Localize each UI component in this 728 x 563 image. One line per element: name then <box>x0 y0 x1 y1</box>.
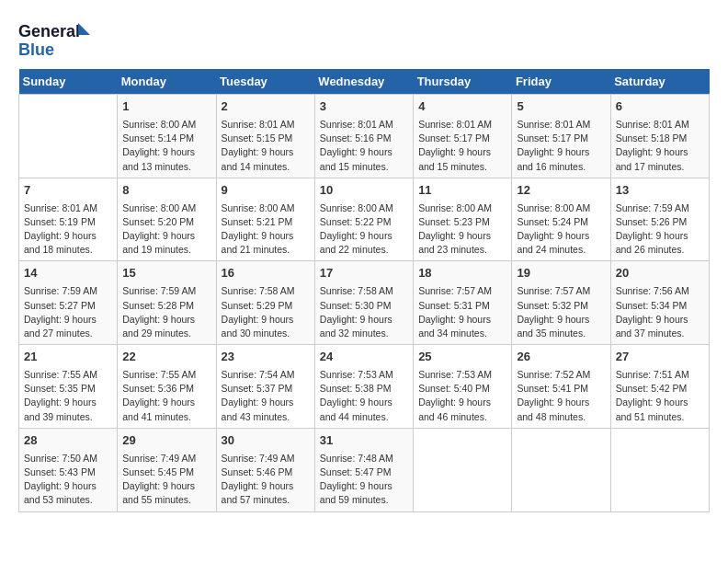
day-cell: 7Sunrise: 8:01 AM Sunset: 5:19 PM Daylig… <box>19 178 118 261</box>
day-cell: 25Sunrise: 7:53 AM Sunset: 5:40 PM Dayli… <box>414 345 512 429</box>
logo: GeneralBlue <box>18 18 92 60</box>
column-header-wednesday: Wednesday <box>314 69 413 95</box>
day-info: Sunrise: 7:49 AM Sunset: 5:46 PM Dayligh… <box>222 453 295 506</box>
day-number: 29 <box>122 432 210 450</box>
day-cell: 22Sunrise: 7:55 AM Sunset: 5:36 PM Dayli… <box>118 345 216 429</box>
day-cell: 28Sunrise: 7:50 AM Sunset: 5:43 PM Dayli… <box>19 428 118 511</box>
day-cell: 27Sunrise: 7:51 AM Sunset: 5:42 PM Dayli… <box>610 345 709 429</box>
day-info: Sunrise: 8:01 AM Sunset: 5:17 PM Dayligh… <box>517 119 590 172</box>
day-info: Sunrise: 8:00 AM Sunset: 5:24 PM Dayligh… <box>517 202 590 256</box>
svg-text:Blue: Blue <box>18 40 54 59</box>
day-info: Sunrise: 8:00 AM Sunset: 5:22 PM Dayligh… <box>320 202 393 256</box>
day-info: Sunrise: 8:01 AM Sunset: 5:19 PM Dayligh… <box>24 202 97 256</box>
day-cell <box>19 95 118 178</box>
week-row-3: 14Sunrise: 7:59 AM Sunset: 5:27 PM Dayli… <box>19 261 710 345</box>
day-number: 18 <box>418 265 506 282</box>
day-cell: 23Sunrise: 7:54 AM Sunset: 5:37 PM Dayli… <box>216 345 314 429</box>
day-info: Sunrise: 7:49 AM Sunset: 5:45 PM Dayligh… <box>122 453 196 506</box>
day-number: 21 <box>24 349 112 366</box>
day-info: Sunrise: 7:59 AM Sunset: 5:27 PM Dayligh… <box>24 285 97 339</box>
day-cell: 24Sunrise: 7:53 AM Sunset: 5:38 PM Dayli… <box>314 345 413 429</box>
day-cell <box>414 428 512 511</box>
day-info: Sunrise: 7:53 AM Sunset: 5:38 PM Dayligh… <box>320 369 393 422</box>
day-info: Sunrise: 7:56 AM Sunset: 5:34 PM Dayligh… <box>616 285 689 339</box>
week-row-1: 1Sunrise: 8:00 AM Sunset: 5:14 PM Daylig… <box>19 95 710 178</box>
day-info: Sunrise: 8:00 AM Sunset: 5:14 PM Dayligh… <box>122 119 196 172</box>
day-cell: 2Sunrise: 8:01 AM Sunset: 5:15 PM Daylig… <box>216 95 314 178</box>
day-cell: 9Sunrise: 8:00 AM Sunset: 5:21 PM Daylig… <box>216 178 314 261</box>
day-info: Sunrise: 7:53 AM Sunset: 5:40 PM Dayligh… <box>418 369 492 422</box>
day-number: 15 <box>122 265 210 282</box>
day-cell: 21Sunrise: 7:55 AM Sunset: 5:35 PM Dayli… <box>19 345 118 429</box>
column-header-thursday: Thursday <box>414 69 512 95</box>
day-cell <box>512 428 610 511</box>
day-number: 13 <box>616 182 704 200</box>
day-number: 9 <box>222 182 310 200</box>
day-info: Sunrise: 8:01 AM Sunset: 5:17 PM Dayligh… <box>418 119 492 172</box>
day-info: Sunrise: 7:48 AM Sunset: 5:47 PM Dayligh… <box>320 453 393 506</box>
day-number: 23 <box>222 349 310 366</box>
day-info: Sunrise: 7:54 AM Sunset: 5:37 PM Dayligh… <box>222 369 295 422</box>
week-row-4: 21Sunrise: 7:55 AM Sunset: 5:35 PM Dayli… <box>19 345 710 429</box>
day-number: 22 <box>122 349 210 366</box>
day-number: 27 <box>616 349 704 366</box>
day-info: Sunrise: 7:58 AM Sunset: 5:30 PM Dayligh… <box>320 285 393 339</box>
day-cell: 5Sunrise: 8:01 AM Sunset: 5:17 PM Daylig… <box>512 95 610 178</box>
day-cell: 1Sunrise: 8:00 AM Sunset: 5:14 PM Daylig… <box>118 95 216 178</box>
day-number: 5 <box>517 98 605 116</box>
svg-marker-2 <box>78 23 90 35</box>
day-number: 28 <box>24 432 112 450</box>
day-cell: 11Sunrise: 8:00 AM Sunset: 5:23 PM Dayli… <box>414 178 512 261</box>
day-cell: 29Sunrise: 7:49 AM Sunset: 5:45 PM Dayli… <box>118 428 216 511</box>
day-info: Sunrise: 8:00 AM Sunset: 5:23 PM Dayligh… <box>418 202 492 256</box>
column-header-friday: Friday <box>512 69 610 95</box>
day-number: 16 <box>222 265 310 282</box>
column-header-tuesday: Tuesday <box>216 69 314 95</box>
day-cell <box>610 428 709 511</box>
day-number: 30 <box>222 432 310 450</box>
day-cell: 15Sunrise: 7:59 AM Sunset: 5:28 PM Dayli… <box>118 261 216 345</box>
day-number: 12 <box>517 182 605 200</box>
day-info: Sunrise: 8:01 AM Sunset: 5:15 PM Dayligh… <box>222 119 295 172</box>
day-number: 3 <box>320 98 408 116</box>
day-number: 11 <box>418 182 506 200</box>
day-cell: 20Sunrise: 7:56 AM Sunset: 5:34 PM Dayli… <box>610 261 709 345</box>
logo-svg: GeneralBlue <box>18 18 92 60</box>
day-cell: 30Sunrise: 7:49 AM Sunset: 5:46 PM Dayli… <box>216 428 314 511</box>
day-number: 17 <box>320 265 408 282</box>
header-row: SundayMondayTuesdayWednesdayThursdayFrid… <box>19 69 710 95</box>
day-info: Sunrise: 8:01 AM Sunset: 5:16 PM Dayligh… <box>320 119 393 172</box>
day-info: Sunrise: 7:59 AM Sunset: 5:28 PM Dayligh… <box>122 285 196 339</box>
day-cell: 4Sunrise: 8:01 AM Sunset: 5:17 PM Daylig… <box>414 95 512 178</box>
day-number: 25 <box>418 349 506 366</box>
day-number: 20 <box>616 265 704 282</box>
day-info: Sunrise: 7:52 AM Sunset: 5:41 PM Dayligh… <box>517 369 590 422</box>
day-cell: 19Sunrise: 7:57 AM Sunset: 5:32 PM Dayli… <box>512 261 610 345</box>
day-info: Sunrise: 7:58 AM Sunset: 5:29 PM Dayligh… <box>222 285 295 339</box>
day-cell: 13Sunrise: 7:59 AM Sunset: 5:26 PM Dayli… <box>610 178 709 261</box>
day-number: 26 <box>517 349 605 366</box>
page-header: GeneralBlue <box>18 18 710 60</box>
week-row-2: 7Sunrise: 8:01 AM Sunset: 5:19 PM Daylig… <box>19 178 710 261</box>
day-info: Sunrise: 8:00 AM Sunset: 5:21 PM Dayligh… <box>222 202 295 256</box>
day-number: 8 <box>122 182 210 200</box>
day-number: 2 <box>222 98 310 116</box>
day-cell: 31Sunrise: 7:48 AM Sunset: 5:47 PM Dayli… <box>314 428 413 511</box>
svg-text:General: General <box>18 22 80 40</box>
day-cell: 17Sunrise: 7:58 AM Sunset: 5:30 PM Dayli… <box>314 261 413 345</box>
day-info: Sunrise: 7:55 AM Sunset: 5:36 PM Dayligh… <box>122 369 196 422</box>
day-info: Sunrise: 7:55 AM Sunset: 5:35 PM Dayligh… <box>24 369 97 422</box>
day-cell: 26Sunrise: 7:52 AM Sunset: 5:41 PM Dayli… <box>512 345 610 429</box>
day-info: Sunrise: 8:00 AM Sunset: 5:20 PM Dayligh… <box>122 202 196 256</box>
column-header-saturday: Saturday <box>610 69 709 95</box>
day-number: 1 <box>122 98 210 116</box>
day-info: Sunrise: 7:57 AM Sunset: 5:32 PM Dayligh… <box>517 285 590 339</box>
week-row-5: 28Sunrise: 7:50 AM Sunset: 5:43 PM Dayli… <box>19 428 710 511</box>
day-number: 31 <box>320 432 408 450</box>
day-info: Sunrise: 7:57 AM Sunset: 5:31 PM Dayligh… <box>418 285 492 339</box>
day-number: 19 <box>517 265 605 282</box>
column-header-sunday: Sunday <box>19 69 118 95</box>
day-cell: 6Sunrise: 8:01 AM Sunset: 5:18 PM Daylig… <box>610 95 709 178</box>
day-cell: 14Sunrise: 7:59 AM Sunset: 5:27 PM Dayli… <box>19 261 118 345</box>
day-number: 4 <box>418 98 506 116</box>
